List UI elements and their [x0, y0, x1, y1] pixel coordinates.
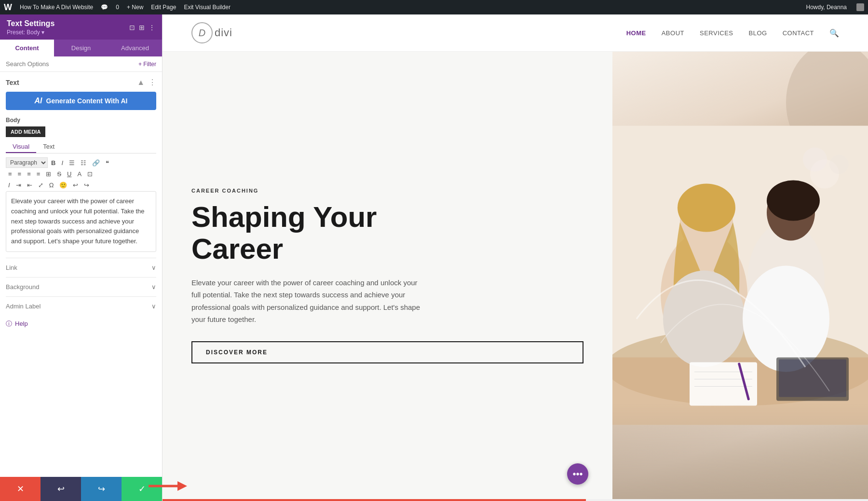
hero-label: CAREER COACHING	[191, 188, 583, 194]
tab-content[interactable]: Content	[0, 40, 54, 56]
unordered-list-button[interactable]: ☰	[67, 158, 77, 168]
logo-text: divi	[215, 27, 232, 39]
logo-circle: D	[191, 22, 213, 43]
text-color-button[interactable]: A	[75, 169, 84, 179]
filter-button[interactable]: + Filter	[138, 61, 156, 68]
bold-button[interactable]: B	[49, 158, 58, 168]
svg-rect-11	[690, 362, 757, 406]
wp-logo-icon[interactable]: W	[4, 2, 12, 13]
hero-section: CAREER COACHING Shaping Your Career Elev…	[163, 52, 868, 499]
cancel-button[interactable]: ✕	[0, 477, 41, 501]
text-section-header: Text ▲ ⋮	[6, 78, 156, 87]
section-menu-icon[interactable]: ⋮	[149, 78, 156, 87]
website-content: D divi HOME ABOUT SERVICES BLOG CONTACT …	[163, 14, 868, 501]
ordered-list-button[interactable]: ☷	[78, 158, 89, 168]
paste-special-button[interactable]: ⊡	[85, 169, 95, 179]
admin-label-section: Admin Label ∨	[6, 296, 156, 316]
paragraph-select[interactable]: Paragraph Heading 1 Heading 2	[6, 157, 48, 168]
save-button[interactable]: ✓	[122, 477, 162, 501]
logo-letter: D	[199, 28, 205, 39]
site-name-link[interactable]: How To Make A Divi Website	[20, 4, 93, 11]
help-circle-icon: ⓘ	[6, 320, 12, 328]
undo-icon: ↩	[57, 484, 65, 494]
nav-services[interactable]: SERVICES	[700, 29, 733, 37]
generate-ai-button[interactable]: AI Generate Content With AI	[6, 92, 156, 110]
svg-point-5	[678, 184, 735, 232]
outdent-button[interactable]: ⇤	[25, 180, 35, 190]
search-bar: + Filter	[0, 56, 162, 72]
hero-image	[612, 52, 868, 499]
exit-builder-button[interactable]: Exit Visual Builder	[184, 4, 231, 11]
discover-more-button[interactable]: DISCOVER MORE	[191, 341, 583, 363]
link-button[interactable]: 🔗	[90, 158, 102, 168]
align-center-button[interactable]: ≡	[15, 169, 24, 179]
align-left-button[interactable]: ≡	[6, 169, 14, 179]
ai-icon: AI	[35, 97, 42, 105]
redo-icon: ↪	[98, 484, 105, 494]
nav-blog[interactable]: BLOG	[749, 29, 767, 37]
editor-tab-visual[interactable]: Visual	[6, 141, 36, 153]
text-editor-area[interactable]: Elevate your career with the power of ca…	[6, 191, 156, 252]
search-icon[interactable]: 🔍	[829, 28, 839, 38]
link-section-header[interactable]: Link ∨	[6, 264, 156, 271]
sidebar-title: Text Settings	[7, 19, 54, 28]
svg-point-19	[829, 155, 849, 174]
body-label: Body	[6, 117, 156, 124]
blockquote-button[interactable]: ❝	[103, 158, 111, 168]
omega-button[interactable]: Ω	[47, 180, 56, 190]
italic2-button[interactable]: I	[6, 180, 13, 190]
admin-label-section-header[interactable]: Admin Label ∨	[6, 303, 156, 310]
editor-tab-text[interactable]: Text	[36, 141, 61, 153]
italic-button[interactable]: I	[59, 158, 66, 168]
align-right-button[interactable]: ≡	[25, 169, 33, 179]
editor-body-text: Elevate your career with the power of ca…	[11, 197, 145, 245]
site-header: D divi HOME ABOUT SERVICES BLOG CONTACT …	[163, 14, 868, 52]
admin-label-chevron-icon: ∨	[151, 303, 156, 310]
tab-advanced[interactable]: Advanced	[108, 40, 162, 56]
search-input[interactable]	[6, 60, 135, 68]
redo-editor-button[interactable]: ↪	[81, 180, 92, 190]
nav-home[interactable]: HOME	[626, 29, 646, 37]
settings-icon[interactable]: ⊡	[129, 24, 135, 31]
nav-contact[interactable]: CONTACT	[783, 29, 814, 37]
hero-title: Shaping Your Career	[191, 201, 583, 265]
emoji-button[interactable]: 🙂	[57, 180, 69, 190]
expand-button[interactable]: ⤢	[36, 180, 46, 190]
collapse-icon[interactable]: ▲	[137, 78, 145, 87]
hero-photo	[612, 52, 868, 499]
edit-page-button[interactable]: Edit Page	[151, 4, 176, 11]
save-checkmark-icon: ✓	[138, 484, 146, 494]
fab-dots-icon: •••	[572, 469, 583, 480]
cancel-icon: ✕	[17, 484, 24, 494]
comments-icon: 💬	[101, 4, 108, 11]
strikethrough-button[interactable]: S	[54, 169, 64, 179]
undo-button[interactable]: ↩	[41, 477, 81, 501]
align-justify-button[interactable]: ≡	[34, 169, 43, 179]
sidebar-preset[interactable]: Preset: Body ▾	[7, 29, 54, 36]
redo-button[interactable]: ↪	[81, 477, 122, 501]
add-media-button[interactable]: ADD MEDIA	[6, 126, 45, 137]
tab-design[interactable]: Design	[54, 40, 108, 56]
more-options-icon[interactable]: ⋮	[149, 24, 155, 31]
new-button[interactable]: + New	[127, 4, 143, 11]
background-section-header[interactable]: Background ∨	[6, 283, 156, 291]
nav-about[interactable]: ABOUT	[662, 29, 684, 37]
toolbar-row-3: I ⇥ ⇤ ⤢ Ω 🙂 ↩ ↪	[6, 180, 156, 190]
link-section: Link ∨	[6, 258, 156, 277]
svg-point-10	[743, 266, 829, 372]
howdy-user: Howdy, Deanna	[806, 4, 847, 11]
sidebar-tabs: Content Design Advanced	[0, 40, 162, 56]
link-chevron-icon: ∨	[151, 264, 156, 271]
background-section: Background ∨	[6, 277, 156, 296]
undo-editor-button[interactable]: ↩	[70, 180, 81, 190]
table-button[interactable]: ⊞	[43, 169, 54, 179]
columns-icon[interactable]: ⊞	[139, 24, 145, 31]
indent-button[interactable]: ⇥	[14, 180, 24, 190]
sidebar-footer: ✕ ↩ ↪ ✓	[0, 477, 162, 501]
sidebar-panel: Text Settings Preset: Body ▾ ⊡ ⊞ ⋮ Conte…	[0, 14, 163, 501]
comments-count: 0	[116, 4, 119, 11]
hero-left: CAREER COACHING Shaping Your Career Elev…	[163, 52, 612, 499]
underline-button[interactable]: U	[65, 169, 74, 179]
fab-button[interactable]: •••	[567, 463, 588, 485]
help-link[interactable]: ⓘ Help	[6, 316, 156, 332]
